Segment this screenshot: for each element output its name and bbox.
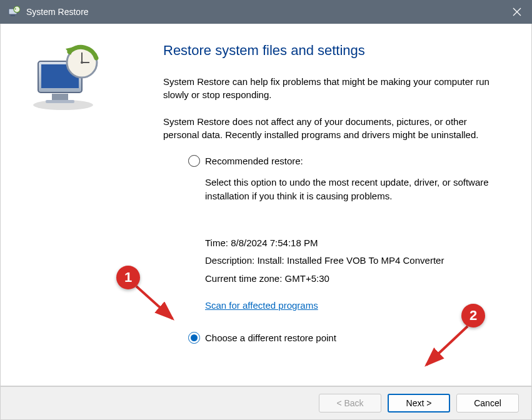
cancel-button[interactable]: Cancel <box>456 394 519 412</box>
left-pane <box>1 24 132 386</box>
intro-text-2: System Restore does not affect any of yo… <box>163 115 494 141</box>
desc-value: Install: Installed Free VOB To MP4 Conve… <box>257 255 444 266</box>
tz-value: GMT+5:30 <box>285 273 329 284</box>
svg-point-2 <box>14 6 20 12</box>
restore-graphic-icon <box>26 42 107 111</box>
close-button[interactable] <box>502 0 532 24</box>
desc-label: Description: <box>205 255 254 266</box>
choose-different-label: Choose a different restore point <box>205 332 336 343</box>
annotation-arrow-1 <box>133 282 183 328</box>
page-heading: Restore system files and settings <box>163 42 494 59</box>
next-button[interactable]: Next > <box>388 394 450 412</box>
svg-rect-1 <box>11 15 15 16</box>
footer-buttons: < Back Next > Cancel <box>0 386 532 420</box>
recommended-label: Recommended restore: <box>205 156 303 166</box>
time-value: 8/8/2024 7:54:18 PM <box>231 238 318 248</box>
annotation-marker-2: 2 <box>461 304 485 328</box>
system-restore-icon <box>8 6 20 18</box>
recommended-restore-option[interactable]: Recommended restore: <box>188 155 494 167</box>
titlebar: System Restore <box>0 0 532 24</box>
annotation-marker-1: 1 <box>116 266 140 289</box>
intro-text-1: System Restore can help fix problems tha… <box>163 75 494 101</box>
tz-label: Current time zone: <box>205 273 282 284</box>
window-title: System Restore <box>26 7 89 17</box>
svg-line-12 <box>136 286 173 319</box>
radio-selected-icon <box>188 332 200 344</box>
radio-unselected-icon <box>188 155 200 167</box>
svg-point-11 <box>81 61 83 64</box>
scan-affected-programs-link[interactable]: Scan for affected programs <box>205 300 318 311</box>
restore-options: Recommended restore: Select this option … <box>188 155 494 311</box>
recommended-description: Select this option to undo the most rece… <box>205 176 494 203</box>
svg-rect-6 <box>52 94 68 100</box>
annotation-arrow-2 <box>419 322 475 372</box>
back-button[interactable]: < Back <box>319 394 381 412</box>
restore-details: Time: 8/8/2024 7:54:18 PM Description: I… <box>205 234 494 288</box>
time-label: Time: <box>205 238 228 248</box>
svg-line-13 <box>426 326 468 365</box>
svg-rect-7 <box>46 100 74 103</box>
